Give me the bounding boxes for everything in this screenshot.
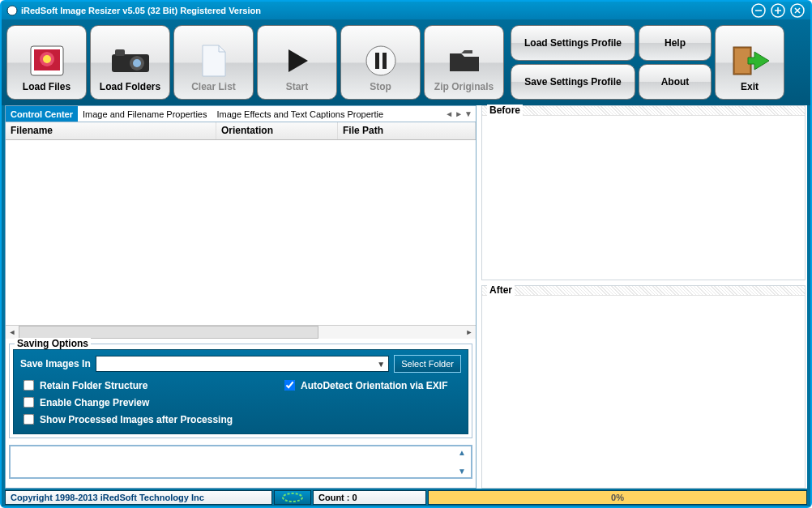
select-folder-button[interactable]: Select Folder [394,355,461,373]
main-toolbar: Load Files Load Folders Clear List Start… [2,19,810,105]
grid-header: Filename Orientation File Path [6,122,476,140]
grid-horizontal-scroll[interactable]: ◄ ► [6,325,476,339]
load-files-label: Load Files [23,81,71,92]
play-icon [284,41,311,81]
tab-scroll-left-icon[interactable]: ◄ [445,109,453,118]
titlebar: iRedSoft Image Resizer v5.05 (32 Bit) Re… [2,2,810,19]
exit-label: Exit [741,81,759,92]
scroll-left-icon[interactable]: ◄ [6,326,19,339]
clear-list-label: Clear List [191,81,236,92]
help-label: Help [665,37,686,49]
col-orientation-header[interactable]: Orientation [216,122,338,139]
count-label: Count : 0 [313,490,426,505]
busy-spinner-icon [274,490,311,505]
save-profile-button[interactable]: Save Settings Profile [511,64,635,100]
save-in-label: Save Images In [20,358,91,369]
tab-control-center[interactable]: Control Center [6,106,78,122]
stop-button[interactable]: Stop [340,25,421,100]
tab-dropdown-icon[interactable]: ▼ [464,109,472,118]
app-window: iRedSoft Image Resizer v5.05 (32 Bit) Re… [0,0,812,508]
svg-rect-22 [735,49,750,73]
svg-rect-19 [375,53,379,69]
stop-label: Stop [370,81,391,92]
close-button[interactable] [789,3,806,18]
document-icon [199,41,229,81]
autodetect-exif-checkbox[interactable]: AutoDetect Orientation via EXIF [281,378,447,393]
photo-icon [29,41,65,81]
show-processed-checkbox[interactable]: Show Processed Images after Processing [20,412,233,427]
log-textarea[interactable]: ▲ ▼ [9,445,472,479]
tab-image-effects[interactable]: Image Effects and Text Captions Properti… [212,106,388,122]
svg-rect-20 [382,53,387,69]
after-label: After [487,284,515,296]
tab-scroll-controls: ◄ ► ▼ [445,109,476,118]
start-label: Start [286,81,308,92]
before-preview: Before [481,105,806,280]
about-button[interactable]: About [639,64,712,100]
window-title: iRedSoft Image Resizer v5.05 (32 Bit) Re… [21,6,261,15]
start-button[interactable]: Start [257,25,337,100]
scroll-right-icon[interactable]: ► [463,326,476,339]
spin-down-icon[interactable]: ▼ [458,467,469,476]
tab-image-filename-props[interactable]: Image and Filename Properties [78,106,212,122]
svg-point-12 [43,55,51,63]
scroll-thumb[interactable] [19,326,318,339]
retain-folder-checkbox[interactable]: Retain Folder Structure [20,378,233,393]
load-profile-button[interactable]: Load Settings Profile [511,25,635,61]
exit-button[interactable]: Exit [715,25,784,100]
app-icon [6,5,18,16]
col-filepath-header[interactable]: File Path [338,122,476,139]
saving-options-group: Saving Options Save Images In ▼ Select F… [9,344,472,438]
statusbar: Copyright 1998-2013 iRedSoft Technology … [2,489,810,506]
before-label: Before [487,105,523,116]
clear-list-button[interactable]: Clear List [173,25,254,100]
chevron-down-icon: ▼ [377,360,385,369]
folder-icon [447,41,482,81]
svg-point-24 [283,493,302,502]
help-button[interactable]: Help [639,25,712,61]
zip-originals-button[interactable]: Zip Originals [424,25,504,100]
copyright-label: Copyright 1998-2013 iRedSoft Technology … [5,490,272,505]
tab-scroll-right-icon[interactable]: ► [455,109,463,118]
load-files-button[interactable]: Load Files [6,25,87,100]
main-area: Control Center Image and Filename Proper… [5,105,807,489]
door-exit-icon [730,41,769,81]
svg-point-16 [133,59,141,67]
spin-up-icon[interactable]: ▲ [458,448,469,457]
save-profile-label: Save Settings Profile [524,76,621,88]
load-folders-button[interactable]: Load Folders [90,25,170,100]
tab-strip: Control Center Image and Filename Proper… [6,106,476,122]
svg-point-0 [7,6,17,15]
enable-preview-checkbox[interactable]: Enable Change Preview [20,395,233,410]
pause-icon [365,41,397,81]
svg-marker-17 [288,49,308,72]
camera-icon [110,41,151,81]
svg-rect-14 [115,49,125,56]
zip-originals-label: Zip Originals [434,81,494,92]
saving-options-legend: Saving Options [15,338,91,349]
load-profile-label: Load Settings Profile [524,37,622,49]
file-grid[interactable] [6,140,476,325]
left-panel: Control Center Image and Filename Proper… [5,105,477,489]
right-panel: Before After [481,105,807,489]
about-label: About [661,76,690,88]
progress-bar: 0% [428,490,807,505]
maximize-button[interactable] [770,3,786,18]
save-path-dropdown[interactable]: ▼ [96,356,389,372]
after-preview: After [481,285,806,489]
load-folders-label: Load Folders [100,81,160,92]
minimize-button[interactable] [750,3,767,18]
col-filename-header[interactable]: Filename [6,122,216,139]
svg-point-18 [366,46,395,75]
